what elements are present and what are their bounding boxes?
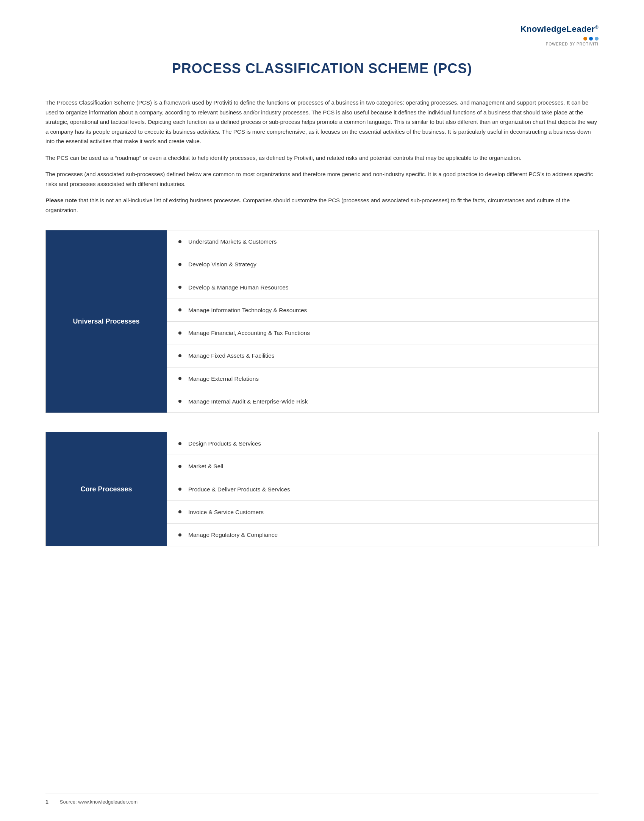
intro-please-note-rest: that this is not an all-inclusive list o… xyxy=(45,197,570,213)
bullet-icon xyxy=(178,308,181,311)
dot-orange xyxy=(583,37,587,41)
item-text: Manage External Relations xyxy=(188,374,259,383)
tables-section: Universal Processes Understand Markets &… xyxy=(45,230,599,546)
intro-paragraph-4: Please note that this is not an all-incl… xyxy=(45,195,599,215)
brand-logo: KnowledgeLeader® POWERED BY PROTIVITI xyxy=(521,23,599,47)
item-text: Manage Fixed Assets & Facilities xyxy=(188,351,274,360)
bullet-icon xyxy=(178,510,181,513)
list-item: Manage Financial, Accounting & Tax Funct… xyxy=(167,322,598,344)
footer-source: Source: www.knowledgeleader.com xyxy=(60,798,138,806)
universal-processes-items: Understand Markets & Customers Develop V… xyxy=(167,230,599,413)
item-text: Invoice & Service Customers xyxy=(188,508,264,516)
intro-paragraph-2: The PCS can be used as a “roadmap” or ev… xyxy=(45,153,599,163)
bullet-icon xyxy=(178,442,181,445)
bullet-icon xyxy=(178,400,181,403)
intro-section: The Process Classification Scheme (PCS) … xyxy=(45,98,599,215)
bullet-icon xyxy=(178,488,181,491)
footer-content: 1 Source: www.knowledgeleader.com xyxy=(45,798,599,806)
list-item: Develop & Manage Human Resources xyxy=(167,276,598,299)
universal-processes-row: Universal Processes Understand Markets &… xyxy=(46,230,599,413)
universal-processes-label: Universal Processes xyxy=(46,230,167,413)
item-text: Develop Vision & Strategy xyxy=(188,260,256,269)
brand-dots xyxy=(521,37,599,41)
list-item: Develop Vision & Strategy xyxy=(167,253,598,276)
bullet-icon xyxy=(178,263,181,266)
brand-name: KnowledgeLeader® xyxy=(521,23,599,35)
intro-please-note-bold: Please note xyxy=(45,197,77,203)
intro-paragraph-1: The Process Classification Scheme (PCS) … xyxy=(45,98,599,146)
bullet-icon xyxy=(178,465,181,468)
item-text: Manage Information Technology & Resource… xyxy=(188,306,307,314)
item-text: Understand Markets & Customers xyxy=(188,237,277,246)
list-item: Produce & Deliver Products & Services xyxy=(167,478,598,501)
bullet-icon xyxy=(178,354,181,357)
footer-page-number: 1 xyxy=(45,798,48,806)
bullet-icon xyxy=(178,240,181,243)
item-text: Produce & Deliver Products & Services xyxy=(188,485,290,494)
list-item: Understand Markets & Customers xyxy=(167,230,598,253)
bullet-icon xyxy=(178,377,181,380)
list-item: Market & Sell xyxy=(167,455,598,478)
page-header: KnowledgeLeader® POWERED BY PROTIVITI xyxy=(45,23,599,47)
footer-divider xyxy=(45,793,599,793)
list-item: Manage External Relations xyxy=(167,367,598,390)
item-text: Market & Sell xyxy=(188,462,223,471)
page-footer: 1 Source: www.knowledgeleader.com xyxy=(45,793,599,806)
page-title: PROCESS CLASSIFICATION SCHEME (PCS) xyxy=(45,58,599,79)
item-text: Design Products & Services xyxy=(188,439,261,448)
core-processes-row: Core Processes Design Products & Service… xyxy=(46,432,599,546)
core-processes-label: Core Processes xyxy=(46,432,167,546)
list-item: Manage Regulatory & Compliance xyxy=(167,524,598,546)
list-item: Manage Information Technology & Resource… xyxy=(167,299,598,322)
list-item: Invoice & Service Customers xyxy=(167,501,598,524)
item-text: Manage Internal Audit & Enterprise-Wide … xyxy=(188,397,308,406)
intro-paragraph-3: The processes (and associated sub-proces… xyxy=(45,169,599,189)
item-text: Manage Regulatory & Compliance xyxy=(188,530,278,539)
brand-powered-label: POWERED BY PROTIVITI xyxy=(521,41,599,47)
list-item: Manage Fixed Assets & Facilities xyxy=(167,344,598,367)
item-text: Develop & Manage Human Resources xyxy=(188,283,289,292)
universal-processes-table: Universal Processes Understand Markets &… xyxy=(45,230,599,413)
bullet-icon xyxy=(178,533,181,536)
list-item: Design Products & Services xyxy=(167,432,598,455)
core-processes-items: Design Products & Services Market & Sell… xyxy=(167,432,599,546)
item-text: Manage Financial, Accounting & Tax Funct… xyxy=(188,328,310,337)
page: KnowledgeLeader® POWERED BY PROTIVITI PR… xyxy=(0,0,644,821)
core-processes-table: Core Processes Design Products & Service… xyxy=(45,432,599,546)
brand-name-leader: Leader xyxy=(567,24,595,34)
dot-blue xyxy=(589,37,593,41)
bullet-icon xyxy=(178,286,181,289)
bullet-icon xyxy=(178,332,181,335)
list-item: Manage Internal Audit & Enterprise-Wide … xyxy=(167,390,598,413)
dot-lightblue xyxy=(595,37,599,41)
